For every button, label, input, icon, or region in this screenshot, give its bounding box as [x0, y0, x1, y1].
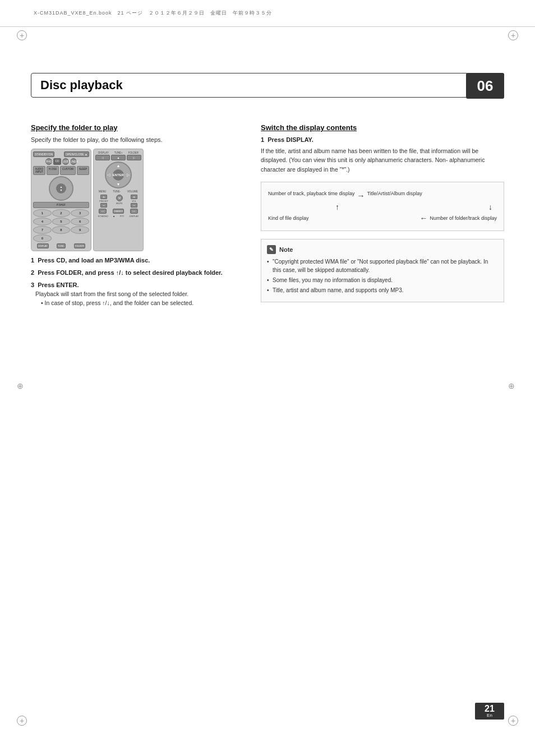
- title-box: Disc playback: [31, 73, 468, 98]
- note-header: ✎ Note: [267, 245, 498, 254]
- left-section-title: Specify the folder to play: [31, 123, 244, 132]
- panel-label-row: MENU TUNE- VOLUME: [95, 190, 141, 193]
- p-tune2-lbl: TUNE-: [113, 190, 121, 193]
- arrow-down: ↓: [488, 202, 492, 211]
- p-dimmer-btn: DIMMER: [113, 209, 124, 214]
- vol-up-btn: +: [131, 195, 137, 199]
- diagram-mid-arrows: ↑ ↓: [268, 200, 497, 214]
- custom-btn: CUSTOM: [60, 166, 75, 175]
- nav-circle: ▲▼: [49, 176, 73, 201]
- sleep-btn: SLEEP: [77, 166, 90, 175]
- num-1: 1: [33, 209, 52, 217]
- tuner-btn: TUNER: [70, 158, 77, 165]
- step-3: 3 Press ENTER. Playback will start from …: [31, 282, 244, 308]
- top-bar: X-CM31DAB_VXE8_En.book 21 ページ ２０１２年６月２９日…: [0, 0, 535, 27]
- p-folder-btn: ▷: [127, 155, 141, 160]
- panel-enter-btn: ENTER: [113, 169, 124, 181]
- pshuffle-row: P.SHUF: [33, 202, 89, 208]
- step-1-number: 1 Press CD, and load an MP3/WMA disc.: [31, 257, 244, 264]
- right-column: Switch the display contents 1 Press DISP…: [261, 123, 504, 314]
- num-2: 2: [52, 209, 71, 217]
- mute-btn: M: [116, 195, 123, 201]
- arrow-up: ↑: [335, 202, 339, 211]
- step-1: 1 Press CD, and load an MP3/WMA disc.: [31, 257, 244, 264]
- corner-mark-br: [508, 716, 518, 726]
- left-column: Specify the folder to play Specify the f…: [31, 123, 244, 314]
- display-diagram: Number of track, playback time display →…: [261, 182, 504, 231]
- num-9: 9: [71, 226, 89, 234]
- audio-input-btn: AUDIO INPUT: [33, 166, 45, 175]
- num-0: 0: [33, 234, 52, 242]
- diagram-top-row: Number of track, playback time display →…: [268, 190, 497, 200]
- folder-btn: FOLDER: [74, 243, 85, 248]
- page-number-badge: 21 En: [475, 703, 504, 720]
- display-description: If the title, artist and album name has …: [261, 146, 504, 174]
- page-language: En: [487, 713, 492, 718]
- press-display-step: 1 Press DISPLAY.: [261, 136, 504, 143]
- p-rew-btn: ◁◁: [99, 209, 107, 214]
- corner-mark-tr: [508, 30, 518, 40]
- bottom-row: DISPLAY TUNE- FOLDER: [33, 243, 89, 248]
- diagram-top-right: Title/Artist/Album display: [367, 190, 422, 197]
- note-content: "Copyright protected WMA file" or "Not s…: [267, 257, 498, 294]
- openclose-btn: OPEN/CLOSE ▲: [64, 151, 89, 157]
- page-number: 21: [485, 704, 495, 713]
- p-up-btn: ▲: [111, 155, 126, 160]
- file-info: X-CM31DAB_VXE8_En.book 21 ページ ２０１２年６月２９日…: [34, 10, 272, 17]
- diagram-bottom-left: Kind of file display: [268, 215, 324, 221]
- usb-btn: USB: [62, 158, 69, 165]
- pho-btn: PHO: [45, 158, 52, 165]
- step-2-number: 2 Press FOLDER, and press ↑/↓ to select …: [31, 269, 244, 276]
- content-area: Specify the folder to play Specify the f…: [31, 123, 504, 314]
- preset-down-btn: −: [100, 203, 107, 208]
- panel-vol-row: + PRESET − M MUTE + VOL −: [95, 195, 141, 208]
- remote-container: STANDBY/ON OPEN/CLOSE ▲ PHO CD USB TUNER…: [31, 149, 244, 251]
- device-remote: STANDBY/ON OPEN/CLOSE ▲ PHO CD USB TUNER…: [31, 149, 91, 251]
- title-section: Disc playback: [31, 73, 504, 98]
- standby-btn: STANDBY/ON: [33, 151, 54, 157]
- arrow-right: →: [357, 191, 365, 200]
- display-btn: DISPLAY: [37, 243, 49, 248]
- num-8: 8: [52, 226, 71, 234]
- cd-btn: CD: [53, 158, 61, 165]
- step-3-bullet: In case of stop, press ↑/↓, and the fold…: [41, 299, 244, 308]
- page-container: X-CM31DAB_VXE8_En.book 21 ページ ２０１２年６月２９日…: [0, 0, 535, 756]
- num-7: 7: [33, 226, 52, 234]
- note-bullet-1: "Copyright protected WMA file" or "Not s…: [267, 257, 498, 274]
- p-display-label: DISPLAY: [98, 151, 109, 154]
- p-menu-lbl: MENU: [99, 190, 106, 193]
- numpad: 1 2 3 4 5 6 7 8 9 0: [33, 209, 89, 242]
- mid-mark-left: [17, 381, 27, 391]
- chapter-badge: 06: [466, 73, 504, 99]
- num-4: 4: [33, 218, 52, 225]
- step-2: 2 Press FOLDER, and press ↑/↓ to select …: [31, 269, 244, 276]
- page-title: Disc playback: [40, 78, 123, 93]
- panel-remote: DISPLAY TUNE+ FOLDER ◁ ▲ ▷ ▲ ▼ ◁ ▷ E: [93, 149, 144, 251]
- diagram-top-left: Number of track, playback time display: [268, 190, 355, 197]
- step-3-label: 3 Press ENTER.: [31, 282, 244, 288]
- note-label: Note: [279, 246, 293, 253]
- panel-bottom-row: ◁◁ DIMMER ▷▷: [95, 209, 141, 214]
- p-display-btn: ◁: [95, 155, 110, 160]
- mute-col: M MUTE: [116, 195, 123, 208]
- panel-st-row: ST.MONO ■ PTY DISPLAY: [95, 215, 141, 218]
- step-3-body: Playback will start from the first song …: [31, 290, 244, 308]
- mid-mark-right: [508, 381, 518, 391]
- diagram-bottom-right-block: ← Number of folder/track display: [419, 214, 497, 223]
- left-section-intro: Specify the folder to play, do the follo…: [31, 136, 244, 143]
- preset-col: + PRESET −: [99, 195, 108, 208]
- remote-top-row: STANDBY/ON OPEN/CLOSE ▲: [33, 151, 89, 157]
- hosd-btn: H.OSD: [47, 166, 59, 175]
- preset-up-btn: +: [100, 195, 107, 199]
- corner-mark-bl: [17, 716, 27, 726]
- diagram-bottom-row: Kind of file display ← Number of folder/…: [268, 214, 497, 223]
- note-box: ✎ Note "Copyright protected WMA file" or…: [261, 239, 504, 302]
- note-bullet-3: Title, artist and album name, and suppor…: [267, 286, 498, 294]
- p-tune-label: TUNE+: [114, 151, 123, 154]
- note-icon: ✎: [267, 245, 276, 254]
- tune-btn: TUNE-: [57, 243, 66, 248]
- panel-btn-row: ◁ ▲ ▷: [95, 155, 141, 160]
- num-3: 3: [71, 209, 89, 217]
- num-6: 6: [71, 218, 89, 225]
- chapter-number: 06: [477, 77, 494, 95]
